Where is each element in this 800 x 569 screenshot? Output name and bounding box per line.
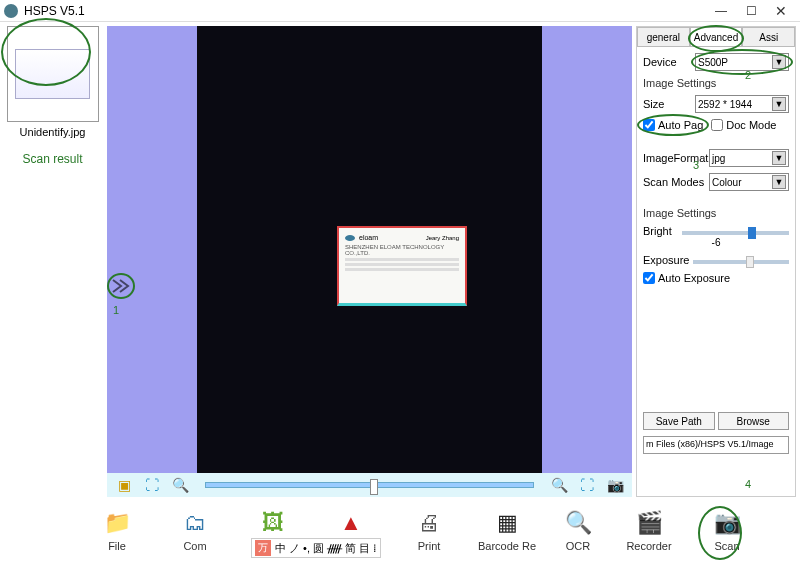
- annotation-1: 1: [113, 304, 119, 316]
- ocr-icon: 🔍: [561, 508, 595, 538]
- crop-icon[interactable]: ▣: [115, 476, 133, 494]
- scan-modes-select[interactable]: Colour▼: [709, 173, 789, 191]
- camera-preview[interactable]: eloam Jeary Zhang SHENZHEN ELOAM TECHNOL…: [197, 26, 542, 473]
- annotation-ellipse: [698, 506, 742, 560]
- barcode-button[interactable]: ▦ Barcode Re: [480, 508, 534, 552]
- auto-page-checkbox[interactable]: Auto Pag: [643, 119, 703, 131]
- folder-icon: 📁: [100, 508, 134, 538]
- image-format-select[interactable]: jpg▼: [709, 149, 789, 167]
- save-path-button[interactable]: Save Path: [643, 412, 715, 430]
- exposure-label: Exposure: [643, 254, 689, 266]
- browse-button[interactable]: Browse: [718, 412, 790, 430]
- annotation-3: 3: [693, 159, 699, 171]
- ocr-button[interactable]: 🔍 OCR: [558, 508, 598, 552]
- preview-toolbar: ▣ ⛶ 🔍 🔍 ⛶ 📷: [107, 473, 632, 497]
- bottom-toolbar: 📁 File 🗂 Com 🖼 ▲ 🖨 Print ▦ Barcode Re 🔍 …: [0, 497, 800, 561]
- thumbnail-pane: Unidentify.jpg Scan result: [0, 22, 105, 497]
- fit-icon[interactable]: ⛶: [143, 476, 161, 494]
- capture-icon[interactable]: 📷: [606, 476, 624, 494]
- scan-result-label: Scan result: [22, 152, 82, 166]
- close-button[interactable]: ✕: [766, 1, 796, 21]
- scan-modes-label: Scan Modes: [643, 176, 705, 188]
- fullscreen-icon[interactable]: ⛶: [578, 476, 596, 494]
- scan-button[interactable]: 📷 Scan: [700, 508, 754, 552]
- window-title: HSPS V5.1: [24, 4, 85, 18]
- annotation-2: 2: [745, 69, 751, 81]
- zoom-in-icon[interactable]: 🔍: [550, 476, 568, 494]
- size-select[interactable]: 2592 * 1944▼: [695, 95, 789, 113]
- brightness-slider[interactable]: [682, 231, 789, 235]
- thumbnail-item[interactable]: [7, 26, 99, 122]
- detected-card: eloam Jeary Zhang SHENZHEN ELOAM TECHNOL…: [337, 226, 467, 306]
- settings-panel: general Advanced Assi Device S500P▼ 2 Im…: [636, 26, 796, 497]
- annotation-ellipse: [1, 18, 91, 86]
- print-button[interactable]: 🖨 Print: [402, 508, 456, 552]
- titlebar: HSPS V5.1 — ☐ ✕: [0, 0, 800, 22]
- print-icon: 🖨: [412, 508, 446, 538]
- ime-toolbar[interactable]: 万 中 ノ •, 圆 ᚏ 简 目 ⁞: [251, 538, 381, 558]
- combine-button[interactable]: 🗂 Com: [168, 508, 222, 552]
- app-logo: [4, 4, 18, 18]
- device-select[interactable]: S500P▼: [695, 53, 789, 71]
- ime-items: 中 ノ •, 圆 ᚏ 简 目 ⁞: [275, 541, 377, 556]
- file-button[interactable]: 📁 File: [90, 508, 144, 552]
- settings-tabs: general Advanced Assi: [637, 27, 795, 47]
- zoom-slider[interactable]: [205, 482, 534, 488]
- ime-icon: 万: [255, 540, 271, 556]
- recorder-button[interactable]: 🎬 Recorder: [622, 508, 676, 552]
- combine-icon: 🗂: [178, 508, 212, 538]
- doc-mode-checkbox[interactable]: Doc Mode: [711, 119, 776, 131]
- recorder-icon: 🎬: [632, 508, 666, 538]
- tab-assi[interactable]: Assi: [742, 27, 795, 46]
- exposure-slider[interactable]: [693, 260, 789, 264]
- expand-panel-button[interactable]: [107, 272, 135, 300]
- card-brand: eloam: [359, 234, 378, 241]
- tab-general[interactable]: general: [637, 27, 690, 46]
- bright-label: Bright: [643, 225, 678, 237]
- tab-advanced[interactable]: Advanced: [690, 27, 743, 46]
- card-name: Jeary Zhang: [426, 235, 459, 241]
- bright-value: -6: [643, 237, 789, 248]
- save-path-field[interactable]: m Files (x86)/HSPS V5.1/Image: [643, 436, 789, 454]
- device-label: Device: [643, 56, 691, 68]
- gallery-icon: 🖼: [256, 508, 290, 538]
- minimize-button[interactable]: —: [706, 1, 736, 21]
- size-label: Size: [643, 98, 691, 110]
- thumbnail-filename: Unidentify.jpg: [20, 126, 86, 138]
- zoom-out-icon[interactable]: 🔍: [171, 476, 189, 494]
- annotation-4: 4: [745, 478, 751, 490]
- qr-icon: ▦: [490, 508, 524, 538]
- image-settings-header: Image Settings: [643, 77, 789, 89]
- image-settings2-header: Image Settings: [643, 207, 789, 219]
- auto-exposure-checkbox[interactable]: Auto Exposure: [643, 272, 789, 284]
- pdf-icon: ▲: [334, 508, 368, 538]
- maximize-button[interactable]: ☐: [736, 1, 766, 21]
- preview-pane: eloam Jeary Zhang SHENZHEN ELOAM TECHNOL…: [107, 26, 632, 497]
- card-company: SHENZHEN ELOAM TECHNOLOGY CO.,LTD.: [345, 244, 459, 256]
